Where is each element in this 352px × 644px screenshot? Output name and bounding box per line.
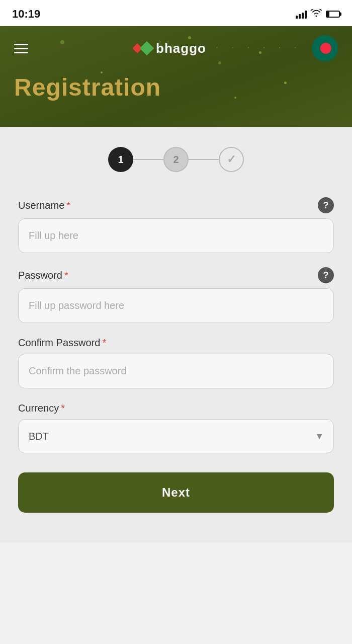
step-line-1 <box>133 159 163 160</box>
username-input[interactable] <box>18 218 334 253</box>
step-line-2 <box>189 159 219 160</box>
status-time: 10:19 <box>12 8 40 21</box>
currency-label: Currency* <box>18 403 65 414</box>
username-label: Username* <box>18 200 70 211</box>
step-2: 2 <box>163 147 189 172</box>
username-label-row: Username* ? <box>18 197 334 213</box>
logo: bhaggo <box>134 41 206 56</box>
confirm-password-label-row: Confirm Password* <box>18 337 334 349</box>
main-content: 1 2 ✓ Username* ? Password* ? <box>0 127 352 543</box>
next-button[interactable]: Next <box>18 472 334 513</box>
password-section: Password* ? <box>18 267 334 323</box>
password-label-row: Password* ? <box>18 267 334 283</box>
status-icons <box>296 9 340 20</box>
stepper: 1 2 ✓ <box>18 147 334 172</box>
battery-icon <box>326 11 340 18</box>
logo-text: bhaggo <box>156 41 206 56</box>
password-help-icon[interactable]: ? <box>318 267 334 283</box>
username-help-icon[interactable]: ? <box>318 197 334 213</box>
flag-icon[interactable] <box>312 35 338 61</box>
flag-red-circle <box>320 43 331 54</box>
password-input[interactable] <box>18 288 334 323</box>
currency-section: Currency* BDT USD EUR ▼ <box>18 403 334 453</box>
header: bhaggo Registration <box>0 26 352 127</box>
confirm-password-label: Confirm Password* <box>18 337 106 349</box>
page-title: Registration <box>14 73 338 101</box>
confirm-password-input[interactable] <box>18 354 334 388</box>
password-label: Password* <box>18 270 68 281</box>
logo-diamonds <box>134 43 152 53</box>
signal-icon <box>296 10 307 19</box>
step-1: 1 <box>108 147 133 172</box>
status-bar: 10:19 <box>0 0 352 26</box>
currency-select[interactable]: BDT USD EUR <box>18 419 334 453</box>
header-top: bhaggo <box>14 35 338 61</box>
menu-icon[interactable] <box>14 44 28 53</box>
diamond-green-icon <box>140 41 154 55</box>
step-3: ✓ <box>219 147 244 172</box>
currency-select-wrapper: BDT USD EUR ▼ <box>18 419 334 453</box>
confirm-password-section: Confirm Password* <box>18 337 334 388</box>
currency-label-row: Currency* <box>18 403 334 414</box>
username-section: Username* ? <box>18 197 334 253</box>
wifi-icon <box>311 9 322 20</box>
